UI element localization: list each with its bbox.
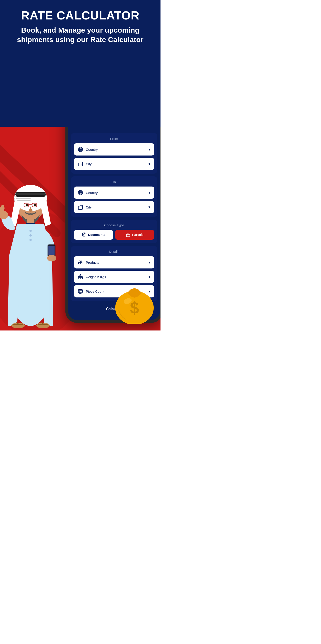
svg-rect-40 <box>79 164 79 164</box>
svg-rect-73 <box>80 262 82 264</box>
svg-rect-7 <box>14 198 30 199</box>
building-icon <box>77 161 84 167</box>
hero-title: RATE CALCULATOR <box>7 9 154 22</box>
from-country-dropdown[interactable]: Country ▼ <box>74 143 154 156</box>
chevron-down-icon: ▼ <box>148 260 151 264</box>
chevron-down-icon: ▼ <box>148 205 151 209</box>
svg-rect-56 <box>79 208 79 208</box>
globe-icon <box>77 146 84 152</box>
svg-rect-58 <box>82 206 82 206</box>
chevron-down-icon: ▼ <box>148 191 151 194</box>
from-city-dropdown[interactable]: City ▼ <box>74 158 154 170</box>
products-text: Products <box>86 260 146 264</box>
svg-rect-46 <box>80 164 81 165</box>
svg-rect-60 <box>82 207 82 207</box>
svg-rect-19 <box>26 223 35 224</box>
globe-icon <box>77 190 84 196</box>
products-icon <box>77 259 84 266</box>
svg-point-71 <box>80 261 82 262</box>
svg-point-22 <box>30 239 32 241</box>
character-figure <box>0 154 68 330</box>
svg-point-87 <box>129 288 140 296</box>
to-city-text: City <box>86 205 146 209</box>
documents-label: Documents <box>88 233 105 236</box>
svg-point-26 <box>47 255 56 262</box>
building-icon <box>77 204 84 210</box>
piece-count-icon <box>77 288 84 294</box>
svg-rect-47 <box>82 164 82 165</box>
svg-rect-57 <box>80 206 81 206</box>
svg-point-20 <box>30 230 32 232</box>
chevron-down-icon: ▼ <box>148 148 151 151</box>
svg-rect-43 <box>82 163 82 163</box>
documents-button[interactable]: Documents <box>74 230 113 240</box>
type-label: Choose Type <box>74 223 154 227</box>
from-label: From <box>74 137 154 140</box>
details-label: Details <box>74 250 154 254</box>
svg-rect-62 <box>82 208 82 208</box>
svg-point-14 <box>34 204 36 206</box>
svg-rect-41 <box>79 164 79 165</box>
app-header-title: Rate Calculator <box>80 127 148 127</box>
parcels-label: Parcels <box>132 233 144 236</box>
svg-rect-55 <box>79 207 79 207</box>
to-label: To <box>74 180 154 184</box>
svg-rect-59 <box>80 207 81 207</box>
svg-rect-39 <box>80 162 82 166</box>
app-header: ← Rate Calculator <box>68 127 160 131</box>
svg-rect-72 <box>78 262 80 264</box>
svg-rect-10 <box>16 193 46 195</box>
chevron-down-icon: ▼ <box>148 162 151 166</box>
hero-section: RATE CALCULATOR Book, and Manage your up… <box>0 0 160 127</box>
from-city-text: City <box>86 162 146 166</box>
from-card: From <box>71 133 157 174</box>
svg-point-77 <box>80 275 81 276</box>
to-country-dropdown[interactable]: Country ▼ <box>74 186 154 199</box>
to-card: To <box>71 176 157 217</box>
products-dropdown[interactable]: Products ▼ <box>74 256 154 268</box>
to-city-dropdown[interactable]: City ▼ <box>74 201 154 213</box>
red-section: ← Rate Calculator From <box>0 127 160 330</box>
parcels-button[interactable]: Parcels <box>115 230 154 240</box>
to-country-text: Country <box>86 191 146 195</box>
type-button-group: Documents Parcels <box>74 230 154 240</box>
svg-point-21 <box>30 234 32 236</box>
svg-rect-42 <box>80 163 81 163</box>
back-button[interactable]: ← <box>73 127 78 127</box>
from-country-text: Country <box>86 148 146 152</box>
svg-rect-45 <box>82 164 82 164</box>
svg-point-13 <box>26 204 28 206</box>
weight-icon <box>77 274 84 280</box>
money-bag-illustration: $ <box>112 274 157 324</box>
svg-rect-61 <box>80 208 81 208</box>
svg-rect-80 <box>78 290 82 293</box>
svg-text:$: $ <box>130 299 139 317</box>
svg-rect-54 <box>80 205 82 210</box>
choose-type-card: Choose Type Documents <box>71 220 157 243</box>
svg-rect-25 <box>48 246 54 255</box>
svg-rect-44 <box>80 164 81 164</box>
hero-subtitle: Book, and Manage your upcoming shipments… <box>7 26 154 44</box>
